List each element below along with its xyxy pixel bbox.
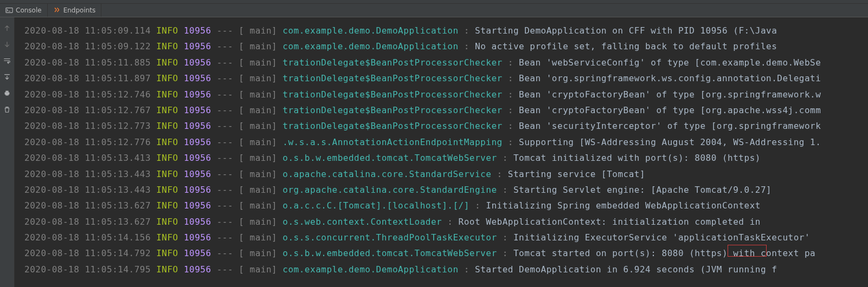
log-logger: trationDelegate$BeanPostProcessorChecker (282, 89, 502, 100)
tab-endpoints[interactable]: Endpoints (48, 4, 102, 17)
log-separator: : (475, 200, 480, 211)
log-timestamp: 2020-08-18 11:05:12.767 (24, 105, 151, 115)
log-dashes: --- (217, 248, 233, 258)
log-dashes: --- (217, 217, 233, 227)
log-pid: 10956 (184, 73, 211, 83)
log-thread: main (244, 200, 272, 211)
log-separator: : (447, 217, 453, 227)
log-pid: 10956 (184, 185, 211, 195)
log-message: Bean 'cryptoFactoryBean' of type [org.sp… (519, 89, 821, 100)
log-separator: : (464, 25, 470, 36)
log-dashes: --- (217, 264, 233, 275)
log-dashes: --- (217, 137, 233, 147)
log-timestamp: 2020-08-18 11:05:12.773 (24, 121, 151, 131)
log-message: Supporting [WS-Addressing August 2004, W… (519, 137, 821, 147)
log-logger: o.s.b.w.embedded.tomcat.TomcatWebServer (282, 248, 502, 258)
log-timestamp: 2020-08-18 11:05:14.795 (24, 264, 151, 275)
log-bracket-left: [ (239, 137, 244, 147)
log-logger: com.example.demo.DemoApplication (282, 264, 464, 275)
scroll-to-end-icon[interactable] (3, 73, 11, 81)
log-level: INFO (156, 217, 178, 227)
tab-console[interactable]: Console (0, 4, 48, 17)
log-message: Bean 'securityInterceptor' of type [org.… (519, 121, 821, 131)
log-thread: main (244, 137, 272, 147)
log-pid: 10956 (184, 41, 211, 51)
scroll-up-icon[interactable] (3, 24, 11, 32)
log-dashes: --- (217, 57, 233, 68)
log-separator: : (508, 73, 513, 83)
toolbar-gutter (0, 17, 15, 287)
log-logger: o.s.s.concurrent.ThreadPoolTaskExecutor (282, 232, 502, 243)
log-line: 2020-08-18 11:05:13.443 INFO 10956 --- [… (24, 166, 868, 182)
log-bracket-left: [ (239, 41, 244, 51)
tab-endpoints-label: Endpoints (63, 6, 96, 14)
soft-wrap-icon[interactable] (3, 56, 11, 65)
log-dashes: --- (217, 232, 233, 243)
scroll-down-icon[interactable] (3, 40, 11, 49)
log-logger: o.apache.catalina.core.StandardService (282, 169, 497, 179)
log-timestamp: 2020-08-18 11:05:13.443 (24, 185, 151, 195)
log-line: 2020-08-18 11:05:09.122 INFO 10956 --- [… (24, 38, 868, 54)
log-separator: : (503, 185, 508, 195)
log-bracket-left: [ (239, 25, 244, 36)
log-line: 2020-08-18 11:05:13.443 INFO 10956 --- [… (24, 182, 868, 198)
log-bracket-right: ] (272, 169, 277, 179)
log-timestamp: 2020-08-18 11:05:09.122 (24, 41, 151, 51)
log-line: 2020-08-18 11:05:14.156 INFO 10956 --- [… (24, 230, 868, 245)
log-dashes: --- (217, 169, 233, 179)
log-thread: main (244, 248, 272, 258)
clear-icon[interactable] (3, 105, 11, 114)
log-timestamp: 2020-08-18 11:05:14.156 (24, 232, 151, 243)
log-bracket-left: [ (239, 57, 244, 68)
log-thread: main (244, 57, 272, 68)
log-bracket-right: ] (272, 248, 277, 258)
log-timestamp: 2020-08-18 11:05:13.627 (24, 200, 151, 211)
log-separator: : (508, 57, 513, 68)
log-message: Starting service [Tomcat] (508, 169, 645, 179)
log-bracket-left: [ (239, 217, 244, 227)
log-line: 2020-08-18 11:05:14.795 INFO 10956 --- [… (24, 262, 868, 277)
log-pid: 10956 (184, 57, 211, 68)
log-line: 2020-08-18 11:05:12.746 INFO 10956 --- [… (24, 87, 868, 102)
log-separator: : (508, 105, 513, 115)
log-dashes: --- (217, 121, 233, 131)
log-bracket-left: [ (239, 248, 244, 258)
log-bracket-right: ] (272, 200, 277, 211)
log-line: 2020-08-18 11:05:09.114 INFO 10956 --- [… (24, 23, 868, 38)
print-icon[interactable] (3, 89, 11, 97)
log-message: Bean 'org.springframework.ws.config.anno… (519, 73, 821, 83)
log-message: Starting Servlet engine: [Apache Tomcat/… (513, 185, 771, 195)
log-timestamp: 2020-08-18 11:05:13.627 (24, 217, 151, 227)
log-line: 2020-08-18 11:05:11.885 INFO 10956 --- [… (24, 55, 868, 70)
log-level: INFO (156, 169, 178, 179)
log-logger: o.a.c.c.C.[Tomcat].[localhost].[/] (282, 200, 475, 211)
log-bracket-right: ] (272, 264, 277, 275)
log-level: INFO (156, 73, 178, 83)
log-message: Started DemoApplication in 6.924 seconds… (475, 264, 777, 275)
console-icon (5, 6, 13, 14)
log-pid: 10956 (184, 137, 211, 147)
log-logger: .w.s.a.s.AnnotationActionEndpointMapping (282, 137, 502, 147)
log-line: 2020-08-18 11:05:13.627 INFO 10956 --- [… (24, 214, 868, 230)
log-logger: com.example.demo.DemoApplication (282, 25, 464, 36)
log-level: INFO (156, 89, 178, 100)
log-pid: 10956 (184, 89, 211, 100)
log-message: Root WebApplicationContext: initializati… (459, 217, 761, 227)
log-thread: main (244, 217, 272, 227)
tab-console-label: Console (16, 6, 42, 14)
log-console-output[interactable]: 2020-08-18 11:05:09.114 INFO 10956 --- [… (15, 17, 868, 287)
log-thread: main (244, 89, 272, 100)
log-separator: : (503, 248, 508, 258)
log-dashes: --- (217, 41, 233, 51)
log-level: INFO (156, 137, 178, 147)
log-dashes: --- (217, 200, 233, 211)
log-line: 2020-08-18 11:05:13.413 INFO 10956 --- [… (24, 150, 868, 166)
log-dashes: --- (217, 25, 233, 36)
log-pid: 10956 (184, 153, 211, 163)
log-thread: main (244, 185, 272, 195)
log-bracket-right: ] (272, 217, 277, 227)
log-thread: main (244, 73, 272, 83)
log-logger: o.s.web.context.ContextLoader (282, 217, 447, 227)
log-dashes: --- (217, 73, 233, 83)
log-line: 2020-08-18 11:05:12.767 INFO 10956 --- [… (24, 102, 868, 118)
